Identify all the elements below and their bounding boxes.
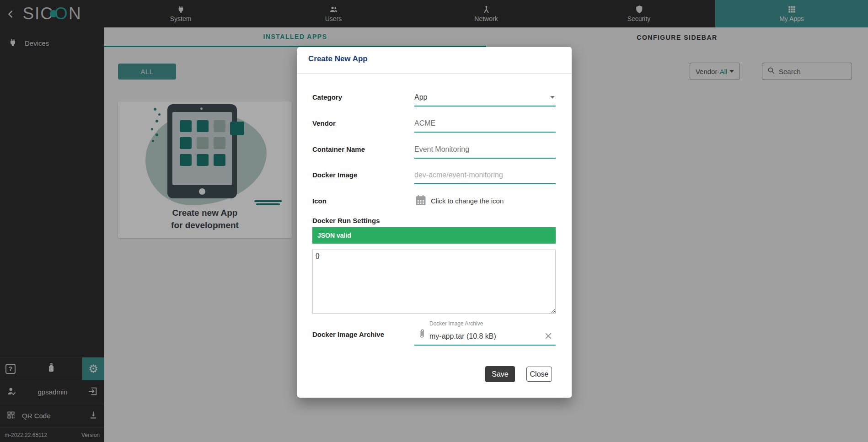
docker-image-archive-label: Docker Image Archive bbox=[312, 330, 414, 346]
docker-image-field-wrap bbox=[414, 165, 556, 184]
docker-run-settings-textarea[interactable]: {} bbox=[312, 250, 556, 314]
create-new-app-dialog: Create New App Category App Vendor Conta… bbox=[297, 47, 572, 398]
vendor-label: Vendor bbox=[312, 119, 414, 127]
icon-label: Icon bbox=[312, 197, 414, 205]
archive-file-value: my-app.tar (10.8 kB) bbox=[429, 332, 496, 341]
json-valid-text: JSON valid bbox=[317, 232, 351, 239]
change-icon-text: Click to change the icon bbox=[431, 197, 504, 205]
vendor-field-wrap bbox=[414, 113, 556, 133]
chevron-down-icon bbox=[550, 96, 555, 99]
category-value: App bbox=[414, 93, 427, 106]
json-valid-banner: JSON valid bbox=[312, 227, 556, 244]
category-label: Category bbox=[312, 93, 414, 101]
vendor-input[interactable] bbox=[414, 119, 556, 132]
docker-image-label: Docker Image bbox=[312, 171, 414, 179]
clear-file-icon[interactable] bbox=[544, 331, 553, 341]
docker-image-input[interactable] bbox=[414, 171, 556, 183]
dialog-title: Create New App bbox=[308, 54, 368, 64]
container-name-label: Container Name bbox=[312, 145, 414, 153]
container-name-field-wrap bbox=[414, 139, 556, 159]
paperclip-icon bbox=[417, 328, 426, 341]
change-icon-button[interactable]: Click to change the icon bbox=[414, 194, 504, 208]
archive-floating-label: Docker Image Archive bbox=[429, 320, 483, 327]
docker-image-archive-field[interactable]: Docker Image Archive my-app.tar (10.8 kB… bbox=[414, 320, 556, 346]
close-button[interactable]: Close bbox=[526, 367, 552, 382]
divider bbox=[297, 73, 572, 74]
docker-run-settings-label: Docker Run Settings bbox=[312, 217, 380, 224]
container-name-input[interactable] bbox=[414, 145, 556, 158]
category-select[interactable]: App bbox=[414, 87, 556, 107]
calendar-icon bbox=[414, 194, 427, 208]
dialog-buttons: Save Close bbox=[485, 366, 552, 382]
save-button[interactable]: Save bbox=[485, 366, 515, 382]
